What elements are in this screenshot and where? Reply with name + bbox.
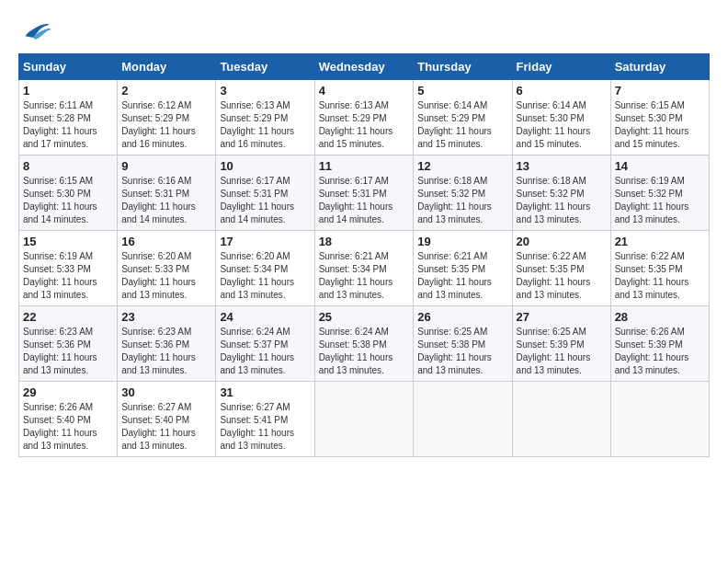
calendar-cell: 25Sunrise: 6:24 AM Sunset: 5:38 PM Dayli… [314, 306, 414, 382]
column-header-monday: Monday [118, 54, 216, 80]
day-info: Sunrise: 6:14 AM Sunset: 5:30 PM Dayligh… [517, 99, 607, 151]
calendar-cell: 12Sunrise: 6:18 AM Sunset: 5:32 PM Dayli… [414, 155, 512, 231]
calendar-cell: 28Sunrise: 6:26 AM Sunset: 5:39 PM Dayli… [610, 306, 709, 382]
calendar-cell: 9Sunrise: 6:16 AM Sunset: 5:31 PM Daylig… [118, 155, 216, 231]
day-info: Sunrise: 6:14 AM Sunset: 5:29 PM Dayligh… [417, 99, 507, 151]
day-number: 17 [220, 235, 310, 248]
logo [18, 18, 55, 44]
day-info: Sunrise: 6:21 AM Sunset: 5:34 PM Dayligh… [319, 250, 410, 302]
calendar-cell: 5Sunrise: 6:14 AM Sunset: 5:29 PM Daylig… [414, 80, 512, 155]
calendar-cell: 18Sunrise: 6:21 AM Sunset: 5:34 PM Dayli… [314, 231, 414, 306]
calendar-cell: 30Sunrise: 6:27 AM Sunset: 5:40 PM Dayli… [118, 382, 216, 457]
calendar-cell: 29Sunrise: 6:26 AM Sunset: 5:40 PM Dayli… [19, 382, 118, 457]
calendar-week-row: 29Sunrise: 6:26 AM Sunset: 5:40 PM Dayli… [19, 382, 710, 457]
day-info: Sunrise: 6:23 AM Sunset: 5:36 PM Dayligh… [23, 326, 113, 377]
day-info: Sunrise: 6:17 AM Sunset: 5:31 PM Dayligh… [220, 175, 310, 226]
day-info: Sunrise: 6:26 AM Sunset: 5:39 PM Dayligh… [615, 326, 705, 377]
day-number: 3 [220, 84, 310, 98]
day-number: 23 [121, 310, 211, 324]
day-number: 29 [23, 385, 113, 399]
day-number: 11 [319, 159, 410, 173]
day-info: Sunrise: 6:27 AM Sunset: 5:40 PM Dayligh… [121, 401, 211, 453]
calendar-cell: 31Sunrise: 6:27 AM Sunset: 5:41 PM Dayli… [216, 382, 314, 457]
calendar-cell: 10Sunrise: 6:17 AM Sunset: 5:31 PM Dayli… [216, 155, 314, 231]
day-info: Sunrise: 6:13 AM Sunset: 5:29 PM Dayligh… [319, 99, 410, 151]
calendar-cell: 15Sunrise: 6:19 AM Sunset: 5:33 PM Dayli… [19, 231, 118, 306]
day-number: 5 [417, 84, 507, 98]
calendar-cell: 8Sunrise: 6:15 AM Sunset: 5:30 PM Daylig… [19, 155, 118, 231]
day-number: 7 [615, 84, 705, 98]
column-header-wednesday: Wednesday [314, 54, 414, 80]
logo-icon [18, 18, 51, 44]
calendar-cell: 27Sunrise: 6:25 AM Sunset: 5:39 PM Dayli… [512, 306, 610, 382]
column-header-tuesday: Tuesday [216, 54, 314, 80]
day-number: 26 [417, 310, 507, 324]
column-header-sunday: Sunday [19, 54, 118, 80]
day-info: Sunrise: 6:22 AM Sunset: 5:35 PM Dayligh… [517, 250, 607, 302]
day-number: 28 [615, 310, 705, 324]
day-number: 22 [23, 310, 113, 324]
day-info: Sunrise: 6:15 AM Sunset: 5:30 PM Dayligh… [615, 99, 705, 151]
calendar-cell: 2Sunrise: 6:12 AM Sunset: 5:29 PM Daylig… [118, 80, 216, 155]
day-info: Sunrise: 6:25 AM Sunset: 5:38 PM Dayligh… [417, 326, 507, 377]
day-number: 31 [220, 385, 310, 399]
day-number: 20 [517, 235, 607, 248]
page-header [18, 18, 710, 44]
day-number: 30 [121, 385, 211, 399]
day-number: 4 [319, 84, 410, 98]
day-number: 8 [23, 159, 113, 173]
day-info: Sunrise: 6:19 AM Sunset: 5:32 PM Dayligh… [615, 175, 705, 226]
calendar-cell [414, 382, 512, 457]
day-number: 6 [517, 84, 607, 98]
calendar-week-row: 8Sunrise: 6:15 AM Sunset: 5:30 PM Daylig… [19, 155, 710, 231]
day-info: Sunrise: 6:25 AM Sunset: 5:39 PM Dayligh… [517, 326, 607, 377]
day-number: 2 [121, 84, 211, 98]
calendar-cell: 16Sunrise: 6:20 AM Sunset: 5:33 PM Dayli… [118, 231, 216, 306]
calendar-week-row: 15Sunrise: 6:19 AM Sunset: 5:33 PM Dayli… [19, 231, 710, 306]
day-info: Sunrise: 6:15 AM Sunset: 5:30 PM Dayligh… [23, 175, 113, 226]
day-info: Sunrise: 6:24 AM Sunset: 5:38 PM Dayligh… [319, 326, 410, 377]
day-number: 13 [517, 159, 607, 173]
day-number: 14 [615, 159, 705, 173]
day-info: Sunrise: 6:21 AM Sunset: 5:35 PM Dayligh… [417, 250, 507, 302]
day-info: Sunrise: 6:19 AM Sunset: 5:33 PM Dayligh… [23, 250, 113, 302]
column-header-thursday: Thursday [414, 54, 512, 80]
day-number: 25 [319, 310, 410, 324]
calendar-cell: 19Sunrise: 6:21 AM Sunset: 5:35 PM Dayli… [414, 231, 512, 306]
day-info: Sunrise: 6:13 AM Sunset: 5:29 PM Dayligh… [220, 99, 310, 151]
calendar-cell: 23Sunrise: 6:23 AM Sunset: 5:36 PM Dayli… [118, 306, 216, 382]
day-number: 19 [417, 235, 507, 248]
day-number: 1 [23, 84, 113, 98]
column-header-saturday: Saturday [610, 54, 709, 80]
day-number: 24 [220, 310, 310, 324]
calendar-cell: 11Sunrise: 6:17 AM Sunset: 5:31 PM Dayli… [314, 155, 414, 231]
calendar-cell: 20Sunrise: 6:22 AM Sunset: 5:35 PM Dayli… [512, 231, 610, 306]
calendar-week-row: 22Sunrise: 6:23 AM Sunset: 5:36 PM Dayli… [19, 306, 710, 382]
day-number: 15 [23, 235, 113, 248]
calendar-cell: 3Sunrise: 6:13 AM Sunset: 5:29 PM Daylig… [216, 80, 314, 155]
day-info: Sunrise: 6:16 AM Sunset: 5:31 PM Dayligh… [121, 175, 211, 226]
day-number: 27 [517, 310, 607, 324]
calendar-cell: 4Sunrise: 6:13 AM Sunset: 5:29 PM Daylig… [314, 80, 414, 155]
calendar-table: SundayMondayTuesdayWednesdayThursdayFrid… [18, 53, 710, 457]
calendar-cell [610, 382, 709, 457]
day-number: 12 [417, 159, 507, 173]
calendar-cell: 14Sunrise: 6:19 AM Sunset: 5:32 PM Dayli… [610, 155, 709, 231]
day-info: Sunrise: 6:20 AM Sunset: 5:34 PM Dayligh… [220, 250, 310, 302]
calendar-header-row: SundayMondayTuesdayWednesdayThursdayFrid… [19, 54, 710, 80]
day-info: Sunrise: 6:23 AM Sunset: 5:36 PM Dayligh… [121, 326, 211, 377]
calendar-cell: 6Sunrise: 6:14 AM Sunset: 5:30 PM Daylig… [512, 80, 610, 155]
day-info: Sunrise: 6:18 AM Sunset: 5:32 PM Dayligh… [517, 175, 607, 226]
column-header-friday: Friday [512, 54, 610, 80]
day-info: Sunrise: 6:20 AM Sunset: 5:33 PM Dayligh… [121, 250, 211, 302]
day-number: 16 [121, 235, 211, 248]
calendar-cell: 13Sunrise: 6:18 AM Sunset: 5:32 PM Dayli… [512, 155, 610, 231]
calendar-week-row: 1Sunrise: 6:11 AM Sunset: 5:28 PM Daylig… [19, 80, 710, 155]
day-info: Sunrise: 6:24 AM Sunset: 5:37 PM Dayligh… [220, 326, 310, 377]
calendar-cell: 26Sunrise: 6:25 AM Sunset: 5:38 PM Dayli… [414, 306, 512, 382]
day-number: 18 [319, 235, 410, 248]
day-info: Sunrise: 6:12 AM Sunset: 5:29 PM Dayligh… [121, 99, 211, 151]
day-info: Sunrise: 6:22 AM Sunset: 5:35 PM Dayligh… [615, 250, 705, 302]
calendar-cell [512, 382, 610, 457]
day-number: 9 [121, 159, 211, 173]
